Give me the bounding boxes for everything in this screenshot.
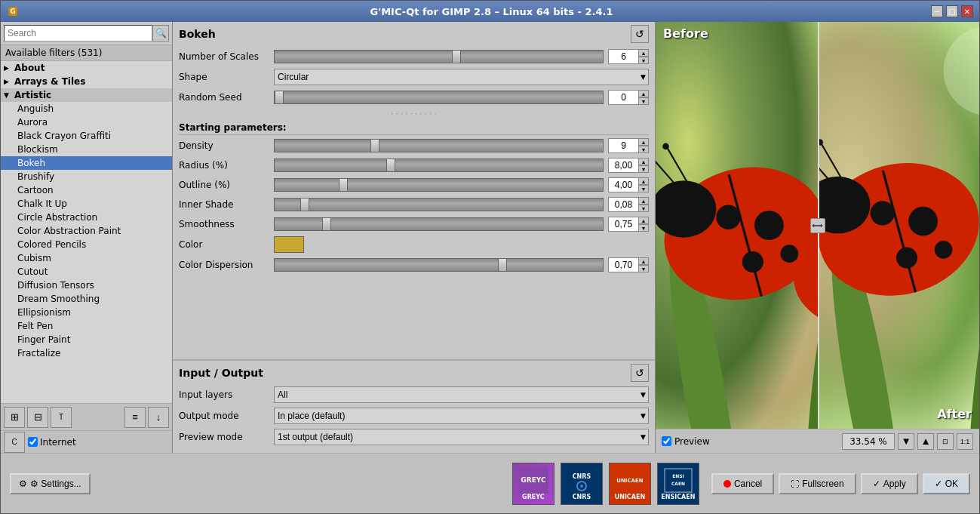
settings-icon: ⚙ (19, 479, 27, 489)
slider-smoothness[interactable] (274, 217, 604, 231)
expand-all-button[interactable]: ⊞ (4, 407, 25, 428)
preview-checkbox-label[interactable]: Preview (662, 436, 710, 447)
io-refresh-button[interactable]: ↺ (631, 364, 649, 382)
settings-button[interactable]: ⚙ ⚙ Settings... (10, 473, 91, 494)
left-panel: 🔍 Available filters (531) ▶ About ▶ Arra… (1, 22, 173, 453)
download-button[interactable]: ↓ (148, 407, 169, 428)
svg-text:UNICAEN: UNICAEN (616, 478, 643, 484)
spin-down-number-of-scales[interactable]: ▼ (638, 57, 649, 64)
sidebar-item-chalk-it-up[interactable]: Chalk It Up (1, 197, 172, 211)
svg-point-28 (959, 265, 979, 429)
spin-up-color-dispersion[interactable]: ▲ (638, 257, 649, 265)
spin-down-density[interactable]: ▼ (638, 146, 649, 153)
svg-point-33 (908, 207, 938, 236)
spinner-inner-shade: ▲ ▼ (608, 197, 649, 212)
spin-up-number-of-scales[interactable]: ▲ (638, 49, 649, 57)
spin-up-radius[interactable]: ▲ (638, 158, 649, 165)
fullscreen-icon: ⛶ (791, 479, 799, 488)
slider-density[interactable] (274, 139, 604, 152)
value-inner-shade[interactable] (608, 197, 638, 212)
sidebar-item-color-abstraction-paint[interactable]: Color Abstraction Paint (1, 224, 172, 238)
text-view-button[interactable]: T (51, 407, 72, 428)
spin-down-radius[interactable]: ▼ (638, 165, 649, 173)
slider-color-dispersion[interactable] (274, 258, 604, 272)
fullscreen-button[interactable]: ⛶ Fullscreen (779, 473, 856, 494)
sidebar-item-dream-smoothing[interactable]: Dream Smoothing (1, 292, 172, 306)
internet-checkbox[interactable] (28, 437, 38, 447)
sidebar-item-cubism[interactable]: Cubism (1, 251, 172, 265)
value-smoothness[interactable] (608, 217, 638, 232)
close-button[interactable]: ✕ (961, 5, 973, 17)
sidebar-item-circle-abstraction[interactable]: Circle Abstraction (1, 211, 172, 224)
zoom-down-button[interactable]: ▼ (898, 433, 914, 450)
spin-up-density[interactable]: ▲ (638, 138, 649, 146)
spin-down-random-seed[interactable]: ▼ (638, 97, 649, 105)
c-button[interactable]: C (4, 432, 25, 453)
spin-up-outline[interactable]: ▲ (638, 177, 649, 185)
input-layers-select[interactable]: All Active All visible (274, 386, 649, 403)
zoom-fit-button[interactable]: ⊡ (937, 433, 954, 450)
spin-down-smoothness[interactable]: ▼ (638, 224, 649, 232)
collapse-all-button[interactable]: ⊟ (27, 407, 48, 428)
sidebar-item-about[interactable]: ▶ About (1, 61, 172, 75)
spinner-density: ▲ ▼ (608, 138, 649, 153)
value-random-seed[interactable] (608, 90, 638, 105)
svg-text:ENSI: ENSI (672, 473, 684, 479)
refresh-button[interactable]: ↺ (631, 25, 649, 43)
spin-up-random-seed[interactable]: ▲ (638, 90, 649, 97)
zoom-up-button[interactable]: ▲ (917, 433, 934, 450)
sidebar-item-artistic[interactable]: ▼ Artistic (1, 88, 172, 102)
slider-outline[interactable] (274, 178, 604, 192)
spin-down-outline[interactable]: ▼ (638, 185, 649, 192)
zoom-100-button[interactable]: 1:1 (957, 433, 973, 450)
sidebar-item-blockism[interactable]: Blockism (1, 143, 172, 156)
sidebar-item-cutout[interactable]: Cutout (1, 265, 172, 279)
sidebar-item-anguish[interactable]: Anguish (1, 102, 172, 115)
spin-up-inner-shade[interactable]: ▲ (638, 197, 649, 205)
sidebar-item-felt-pen[interactable]: Felt Pen (1, 319, 172, 333)
output-mode-select[interactable]: In place (default) New layer New image (274, 408, 649, 424)
filter-title: Bokeh (179, 28, 216, 40)
ok-button[interactable]: ✓ OK (923, 473, 970, 494)
sidebar-item-diffusion-tensors[interactable]: Diffusion Tensors (1, 279, 172, 292)
sidebar-item-arrays-tiles[interactable]: ▶ Arrays & Tiles (1, 75, 172, 88)
param-row-random-seed: Random Seed ▲ ▼ (179, 90, 649, 105)
svg-rect-46 (567, 467, 597, 494)
sidebar-item-cartoon[interactable]: Cartoon (1, 183, 172, 197)
spin-down-inner-shade[interactable]: ▼ (638, 205, 649, 212)
sidebar-item-colored-pencils[interactable]: Colored Pencils (1, 238, 172, 251)
slider-number-of-scales[interactable] (274, 50, 604, 63)
minimize-button[interactable]: − (931, 5, 943, 17)
spin-up-smoothness[interactable]: ▲ (638, 217, 649, 224)
list-view-button[interactable]: ≡ (124, 407, 146, 428)
sidebar-item-black-crayon-graffiti[interactable]: Black Crayon Graffiti (1, 129, 172, 143)
sidebar-item-aurora[interactable]: Aurora (1, 115, 172, 129)
value-density[interactable] (608, 138, 638, 153)
preview-checkbox[interactable] (662, 436, 671, 446)
slider-inner-shade[interactable] (274, 198, 604, 211)
sidebar-item-brushify[interactable]: Brushify (1, 170, 172, 183)
search-input[interactable] (4, 25, 152, 42)
value-radius[interactable] (608, 158, 638, 173)
value-outline[interactable] (608, 177, 638, 192)
value-number-of-scales[interactable] (608, 49, 638, 64)
slider-radius[interactable] (274, 159, 604, 172)
internet-checkbox-label[interactable]: Internet (28, 437, 76, 448)
sidebar-item-fractalize[interactable]: Fractalize (1, 346, 172, 360)
divider-handle[interactable]: ⟺ (810, 218, 825, 233)
shape-select[interactable]: Circular Square Diamond (274, 69, 649, 85)
preview-mode-select[interactable]: 1st output (default) 2nd output All outp… (274, 429, 649, 445)
apply-button[interactable]: ✓ Apply (861, 473, 918, 494)
arrow-arrays: ▶ (4, 78, 11, 85)
value-color-dispersion[interactable] (608, 257, 638, 272)
color-swatch[interactable] (274, 236, 304, 253)
cancel-button[interactable]: Cancel (711, 473, 774, 494)
search-button[interactable]: 🔍 (152, 25, 169, 42)
sidebar-item-finger-paint[interactable]: Finger Paint (1, 333, 172, 346)
maximize-button[interactable]: □ (946, 5, 958, 17)
svg-point-9 (754, 211, 784, 240)
sidebar-item-bokeh[interactable]: Bokeh (1, 156, 172, 170)
slider-random-seed[interactable] (274, 91, 604, 104)
sidebar-item-ellipsionism[interactable]: Ellipsionism (1, 306, 172, 319)
spin-down-color-dispersion[interactable]: ▼ (638, 265, 649, 272)
